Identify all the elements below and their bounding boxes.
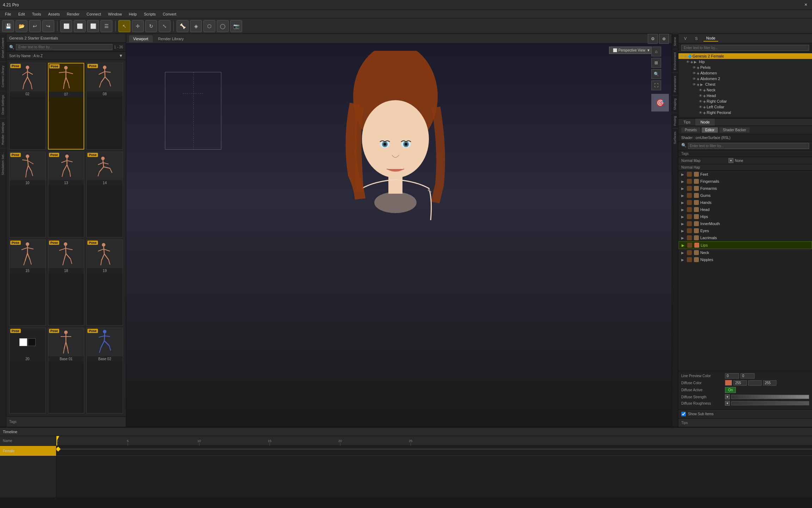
- tool-select[interactable]: ☰: [100, 20, 112, 32]
- tool-camera[interactable]: 📷: [230, 20, 242, 32]
- pose-item-10[interactable]: Pose 10: [9, 152, 46, 238]
- diffuse-strength-bar[interactable]: [731, 395, 809, 399]
- tab-presets[interactable]: Presets: [681, 127, 700, 133]
- pose-item-base02[interactable]: Pose Base 02: [86, 328, 123, 414]
- tab-draw-settings[interactable]: Draw Settings: [0, 91, 6, 118]
- tl-track-area[interactable]: [56, 446, 812, 497]
- diffuse-b-input[interactable]: 255: [763, 380, 776, 386]
- mat-expand-gums[interactable]: ▶: [681, 194, 685, 198]
- tab-simulation[interactable]: Simulation Set...: [0, 148, 6, 179]
- rvt-shaping[interactable]: Shaping: [672, 95, 678, 113]
- pose-item-07[interactable]: Pose 07: [48, 63, 85, 150]
- diffuse-r-input[interactable]: 255: [733, 380, 747, 386]
- rvt-parameters[interactable]: Parameters: [672, 73, 678, 95]
- menu-edit[interactable]: Edit: [15, 11, 29, 17]
- tree-item-chest[interactable]: 👁 ◈ ▶ Chest: [678, 81, 812, 87]
- tree-item-abdomen2[interactable]: 👁 ◈ Abdomen 2: [678, 76, 812, 81]
- pose-item-base01[interactable]: Pose Base 01: [48, 328, 85, 414]
- rvt-surfaces[interactable]: Surfaces: [672, 128, 678, 147]
- tool-scale[interactable]: ⤡: [159, 20, 171, 32]
- timeline-tracks[interactable]: 0 5 10 15 20: [56, 436, 812, 497]
- pose-item-18[interactable]: Pose 18: [48, 240, 85, 326]
- tree-expand-chest[interactable]: ▶: [700, 83, 705, 86]
- mat-expand-forearms[interactable]: ▶: [681, 187, 685, 190]
- pose-item-02[interactable]: Pose 02: [9, 63, 46, 150]
- tab-content-library[interactable]: Content Library: [0, 62, 6, 91]
- rvt-environment[interactable]: Environment: [672, 49, 678, 73]
- tl-track-label-female[interactable]: Female: [0, 446, 56, 456]
- viewport-zoom-icon[interactable]: 🔍: [651, 69, 661, 79]
- mat-expand-head[interactable]: ▶: [681, 208, 685, 212]
- mat-expand-lacrimals[interactable]: ▶: [681, 236, 685, 240]
- tool-render-preview[interactable]: ⬜: [60, 20, 72, 32]
- viewport-nav-icon[interactable]: ⊕: [659, 34, 669, 44]
- mat-expand-neck[interactable]: ▶: [681, 251, 685, 255]
- tree-item-neck[interactable]: 👁 ◈ Neck: [678, 87, 812, 93]
- mat-item-fingernails[interactable]: ▶ Fingernails: [678, 178, 812, 185]
- tree-item-rightcollar[interactable]: 👁 ◈ Right Collar: [678, 98, 812, 104]
- mat-item-hands[interactable]: ▶ Hands: [678, 199, 812, 206]
- mat-item-nipples[interactable]: ▶ Nipples: [678, 256, 812, 263]
- tool-save[interactable]: 💾: [2, 20, 14, 32]
- tree-item-head[interactable]: 👁 ◈ Head: [678, 93, 812, 98]
- rvt-posing[interactable]: Posing: [672, 113, 678, 129]
- menu-render[interactable]: Render: [63, 11, 83, 17]
- menu-convert[interactable]: Convert: [159, 11, 180, 17]
- tool-weight[interactable]: ⬡: [203, 20, 215, 32]
- mat-item-lips[interactable]: ▶ Lips: [678, 241, 812, 249]
- perspective-view-button[interactable]: ⬜ Perspective View ▼: [609, 47, 654, 54]
- close-button[interactable]: ✕: [802, 1, 809, 8]
- rvt-scene[interactable]: Scene: [672, 34, 678, 49]
- tool-bone[interactable]: 🦴: [177, 20, 189, 32]
- line-preview-v2[interactable]: 0: [740, 373, 755, 379]
- tree-item-abdomen[interactable]: 👁 ◈ Abdomen: [678, 70, 812, 76]
- tab-render-settings[interactable]: Render Settings: [0, 118, 6, 149]
- tab-editor[interactable]: Editor: [702, 127, 718, 133]
- menu-connect[interactable]: Connect: [83, 11, 104, 17]
- mat-expand-hips[interactable]: ▶: [681, 215, 685, 219]
- tool-pointer[interactable]: ↖: [118, 20, 130, 32]
- mat-item-hips[interactable]: ▶ Hips: [678, 213, 812, 220]
- viewport-home-icon[interactable]: ⌂: [651, 47, 661, 56]
- mat-item-innermouth[interactable]: ▶ InnerMouth: [678, 220, 812, 227]
- tree-item-rightpectoral[interactable]: 👁 ◈ Right Pectoral: [678, 110, 812, 115]
- scene-tab-v[interactable]: V: [681, 36, 689, 41]
- tool-rotate[interactable]: ↻: [145, 20, 157, 32]
- mat-item-forearms[interactable]: ▶ Forearms: [678, 185, 812, 192]
- tree-expand-hip[interactable]: ▶: [694, 60, 698, 64]
- material-search-input[interactable]: [688, 143, 809, 149]
- pose-item-14[interactable]: Pose 14: [86, 152, 123, 238]
- tab-smart-content[interactable]: Smart Content: [0, 34, 6, 62]
- mat-expand-nipples[interactable]: ▶: [681, 258, 685, 262]
- diffuse-roughness-bar[interactable]: [731, 401, 809, 405]
- pose-item-20[interactable]: Pose 20: [9, 328, 46, 414]
- menu-help[interactable]: Help: [125, 11, 141, 17]
- diffuse-roughness-dropdown[interactable]: ▼: [725, 401, 730, 406]
- tool-smooth[interactable]: ◯: [217, 20, 229, 32]
- viewport-fullscreen-icon[interactable]: ⛶: [651, 80, 661, 90]
- tool-render[interactable]: ⬜: [74, 20, 86, 32]
- mat-expand-innermouth[interactable]: ▶: [681, 222, 685, 226]
- tool-undo[interactable]: ↩: [29, 20, 41, 32]
- menu-tools[interactable]: Tools: [29, 11, 45, 17]
- diffuse-strength-dropdown[interactable]: ▼: [725, 394, 730, 399]
- mat-item-feet[interactable]: ▶ Feet: [678, 171, 812, 178]
- tree-item-leftcollar[interactable]: 👁 ◈ Left Collar: [678, 104, 812, 110]
- tool-morph[interactable]: ◈: [190, 20, 202, 32]
- pose-item-19[interactable]: Pose 19: [86, 240, 123, 326]
- menu-file[interactable]: File: [1, 11, 15, 17]
- tool-add[interactable]: ⬜: [87, 20, 99, 32]
- library-search-input[interactable]: [16, 44, 112, 50]
- viewport-fit-icon[interactable]: ⊞: [651, 58, 661, 68]
- pose-item-15[interactable]: Pose 15: [9, 240, 46, 326]
- menu-assets[interactable]: Assets: [44, 11, 63, 17]
- viewport-settings-icon[interactable]: ⚙: [648, 34, 658, 44]
- tree-item-pelvis[interactable]: 👁 ◈ Pelvis: [678, 65, 812, 70]
- mat-item-neck[interactable]: ▶ Neck: [678, 249, 812, 256]
- tab-node[interactable]: Node: [695, 119, 714, 126]
- tree-item-hip[interactable]: 👁 ◈ ▶ Hip: [678, 59, 812, 65]
- mat-expand-lips[interactable]: ▶: [682, 243, 686, 247]
- tl-playhead[interactable]: [56, 436, 57, 446]
- tool-open[interactable]: 📂: [16, 20, 27, 32]
- show-sub-items-checkbox[interactable]: [681, 412, 686, 416]
